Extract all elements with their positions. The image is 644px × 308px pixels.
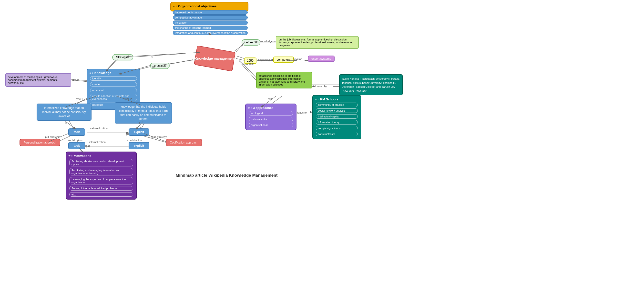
pioneers-node: Ikujiro Nonaka (Hitotsubashi University)…: [339, 74, 403, 95]
tacit2-label: tacit: [74, 144, 80, 148]
motivation-3: Leveraging the expertise of people acros…: [69, 177, 133, 184]
org-item-3: innovation: [173, 20, 248, 25]
is-label-1: is: [151, 55, 153, 58]
push-strategy-label: push strategy: [150, 136, 167, 139]
is-label-3: is: [66, 121, 67, 124]
needs-label: needs: [72, 78, 79, 81]
org-item-1: improved performance: [173, 10, 248, 15]
motivations-title: Motivations: [74, 154, 91, 158]
development-text: development of technologies : groupware,…: [8, 76, 58, 84]
tacit-node-2: tacit: [68, 142, 85, 149]
km-school-cs: complexity science: [316, 126, 358, 130]
externalization-label: externalization: [90, 127, 108, 130]
org-obj-subitems: improved performance competitive advanta…: [173, 10, 248, 35]
expert-systems-label: expert systems: [312, 57, 331, 60]
km-school-ic: intellectual capital: [316, 114, 358, 119]
svg-line-27: [127, 52, 200, 56]
tacit-node: tacit: [68, 128, 85, 136]
motivations-node: ★ ≡ Motivations Achieving shorter new pr…: [66, 152, 137, 200]
beginning-of-label: beginning of: [258, 58, 273, 61]
internalization-label: internalization: [89, 141, 106, 144]
explicit-desc-text: knowledge that the individual holds cons…: [119, 105, 168, 121]
combination-label: combination: [128, 139, 142, 142]
org-item-4: the sharing of lessons learned: [173, 26, 248, 30]
knowledge-as-text: on-the-job discussions, formal apprentic…: [279, 38, 353, 47]
approach-technocentric: techno-centric: [249, 117, 293, 121]
computers-node: computers: [273, 56, 294, 63]
knowledge-item-represent: represent: [90, 88, 137, 92]
type1-label: type 1: [76, 98, 83, 100]
expert-systems-node: expert systems: [308, 56, 334, 62]
km-schools-items: community of practice social network ana…: [315, 102, 359, 137]
center-node: Knowledge management: [190, 45, 239, 72]
explicit-node-2: explicit: [128, 142, 149, 149]
motivations-header: ★ ≡ Motivations: [68, 154, 134, 158]
page-title: Mindmap article Wikipedia Knowledge Mana…: [176, 173, 278, 178]
km-school-sna: social network analysis: [316, 108, 358, 113]
explicit-label: explicit: [134, 130, 144, 134]
tacit-desc-node: internalized knowledge that an individua…: [36, 104, 92, 121]
before50-label: before 50': [244, 41, 258, 44]
personalization-label: Personalization approach: [24, 141, 56, 144]
taken-up-by-label: taken up by: [313, 85, 327, 88]
motivations-items: Achieving shorter new product developmen…: [68, 159, 134, 197]
org-item-5: integration and continuous improvement o…: [173, 31, 248, 35]
is-label-2: is: [152, 65, 154, 68]
approaches-expand-icon: ★ ≡: [248, 107, 252, 109]
motivation-4: Solving intractable or wicked problems: [69, 186, 133, 190]
codification-node: Codification approach: [166, 139, 202, 146]
socialization-label: socialization: [68, 139, 82, 142]
km-schools-node: ★ ≡ KM Schools community of practice soc…: [312, 95, 361, 139]
three-approaches-node: ★ ≡ 3 approaches ecological techno-centr…: [245, 104, 296, 130]
svg-line-1: [129, 54, 186, 57]
knowledge-as-node: on-the-job discussions, formal apprentic…: [276, 36, 359, 49]
knowledge-expand-icon: ★ ≡: [89, 72, 94, 74]
computers-label: computers: [277, 58, 290, 61]
km-schools-title: KM Schools: [320, 98, 338, 101]
practices-label: practices: [154, 64, 166, 67]
tacit-desc-text: internalized knowledge that an individua…: [42, 106, 86, 118]
knowledge-as-label: knowledge as: [260, 40, 276, 43]
km-school-con: constructivism: [316, 132, 358, 136]
is-label-4: is: [138, 121, 140, 124]
strategies-node: Strategies: [112, 54, 133, 60]
strategies-label: Strategies: [116, 56, 129, 59]
three-approaches-title: 3 approaches: [253, 106, 274, 110]
tacit-label: tacit: [74, 130, 80, 134]
established-node: established discipline in the fields of …: [256, 72, 312, 88]
explicit2-label: explicit: [134, 144, 144, 148]
develop-label: develop: [293, 57, 302, 60]
leads-to-label: leads to: [297, 111, 307, 114]
with-label: with: [268, 98, 273, 100]
expand-icon: ★ ≡: [173, 5, 177, 7]
km-schools-header: ★ ≡ KM Schools: [315, 98, 359, 101]
approach-ecological: ecological: [249, 111, 293, 116]
knowledge-item-create: create: [90, 82, 137, 87]
km-school-it: information theory: [316, 120, 358, 125]
approach-organisational: organisational: [249, 123, 293, 127]
knowledge-title: Knowledge: [94, 71, 111, 75]
org-obj-header: ★ ≡ Organizational objectives: [173, 4, 246, 8]
before50-node: before 50': [242, 39, 260, 46]
personalization-node: Personalization approach: [20, 139, 60, 146]
knowledge-header: ★ ≡ Knowledge: [89, 71, 138, 75]
approaches-items: ecological techno-centric organisational: [248, 111, 294, 128]
motivation-5: etc.: [69, 192, 133, 197]
pioneers-text: Ikujiro Nonaka (Hitotsubashi University)…: [342, 77, 400, 92]
year1950-label: 1950: [247, 59, 254, 62]
center-label: Knowledge management: [195, 56, 235, 60]
three-approaches-header: ★ ≡ 3 approaches: [248, 106, 294, 110]
explicit-desc-node: knowledge that the individual holds cons…: [115, 102, 172, 124]
km-schools-expand-icon: ★ ≡: [315, 98, 319, 101]
pull-strategy-label: pull strategy: [45, 136, 60, 139]
knowledge-item-identify: identify: [90, 76, 137, 81]
km-school-cop: community of practice: [316, 103, 358, 107]
org-obj-title: Organizational objectives: [178, 4, 217, 8]
established-text: established discipline in the fields of …: [259, 74, 305, 86]
motivation-2: Facilitating and managing innovation and…: [69, 168, 133, 175]
since1991-label: since 1991: [242, 63, 254, 66]
motivation-1: Achieving shorter new product developmen…: [69, 159, 133, 166]
type2-label: type 2: [124, 98, 132, 100]
motivations-expand-icon: ★ ≡: [68, 154, 73, 157]
mindmap-canvas: Knowledge management ★ ≡ Organizational …: [0, 0, 644, 308]
